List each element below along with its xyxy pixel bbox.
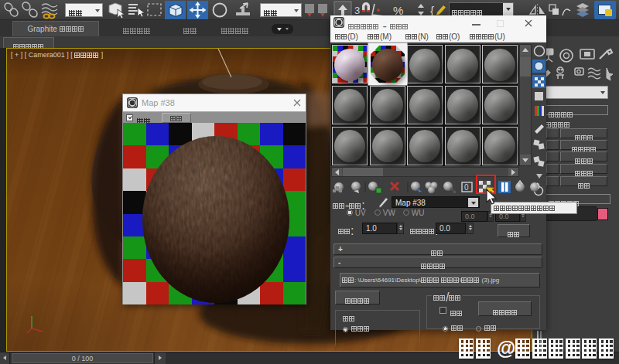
svg-text:0: 0 (464, 183, 469, 192)
svg-text:3: 3 (354, 5, 360, 16)
